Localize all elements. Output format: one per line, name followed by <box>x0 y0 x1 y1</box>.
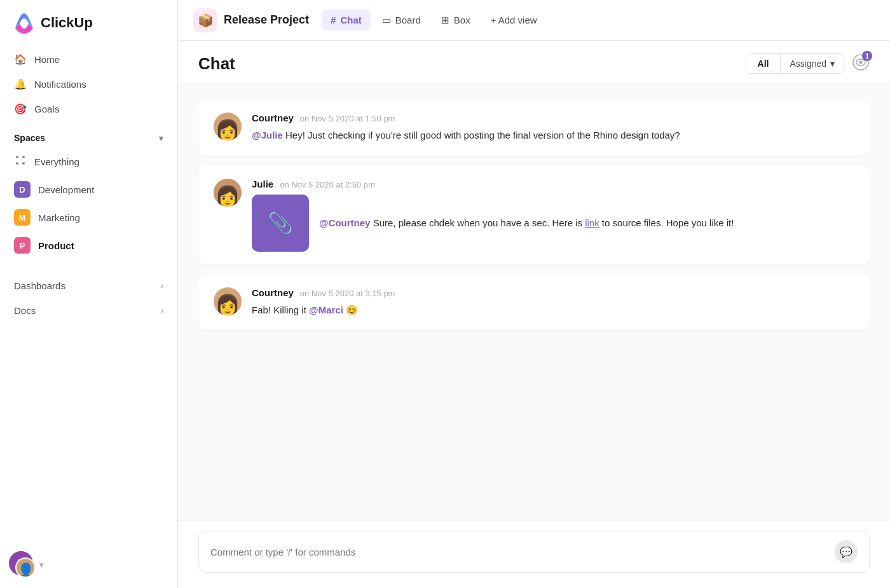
avatar: 👩 <box>214 179 242 207</box>
tab-chat[interactable]: # Chat <box>322 10 371 31</box>
sidebar-item-home[interactable]: 🏠 Home <box>5 47 172 72</box>
add-view-button[interactable]: + Add view <box>482 10 546 31</box>
sidebar-item-dashboards-label: Dashboards <box>14 280 65 291</box>
docs-chevron-icon: › <box>161 306 163 315</box>
goals-icon: 🎯 <box>14 103 27 115</box>
msg-author: Courtney <box>252 287 294 298</box>
user-photo-avatar: 👤 <box>15 557 36 578</box>
spaces-label: Spaces <box>14 133 45 143</box>
attachment-thumb[interactable]: 📎 <box>252 195 309 252</box>
chat-input[interactable] <box>210 547 828 557</box>
msg-text-3b: 😊 <box>346 304 358 315</box>
message-card: 👩 Julie on Nov 5 2020 at 2:50 pm 📎 <box>198 166 870 264</box>
project-icon: 📦 <box>193 8 217 32</box>
courtney-avatar-icon: 👩 <box>215 120 240 140</box>
everything-icon <box>14 154 27 170</box>
avatar: 👩 <box>214 113 242 140</box>
msg-header: Julie on Nov 5 2020 at 2:50 pm <box>252 179 854 189</box>
julie-avatar-icon: 👩 <box>215 186 240 207</box>
user-dropdown-arrow-icon[interactable]: ▾ <box>39 560 44 570</box>
courtney2-avatar-icon: 👩 <box>215 295 240 315</box>
svg-point-2 <box>16 162 18 165</box>
chat-header-right: All Assigned ▾ 1 <box>746 53 870 74</box>
sidebar-item-product-label: Product <box>38 240 74 251</box>
sidebar-item-everything[interactable]: Everything <box>5 148 172 175</box>
sidebar-nav: 🏠 Home 🔔 Notifications 🎯 Goals <box>0 44 177 124</box>
box-icon: ⊞ <box>441 15 449 26</box>
sidebar-item-home-label: Home <box>34 54 60 65</box>
sidebar-item-docs[interactable]: Docs › <box>5 298 172 323</box>
msg-text-2b: to source files. Hope you like it! <box>602 217 734 228</box>
msg-time: on Nov 5 2020 at 3:15 pm <box>300 289 395 298</box>
send-icon: 💬 <box>840 546 852 558</box>
project-name: Release Project <box>224 13 309 27</box>
msg-time: on Nov 5 2020 at 1:50 pm <box>300 114 395 123</box>
main-content: 📦 Release Project # Chat ▭ Board ⊞ Box +… <box>178 0 890 588</box>
sidebar-item-goals[interactable]: 🎯 Goals <box>5 97 172 121</box>
logo[interactable]: ClickUp <box>0 0 177 44</box>
message-card: 👩 Courtney on Nov 5 2020 at 3:15 pm Fab!… <box>198 275 870 331</box>
tab-box[interactable]: ⊞ Box <box>432 10 479 31</box>
msg-text-3a: Fab! Killing it <box>252 304 309 315</box>
filter-assigned-label: Assigned <box>790 58 826 69</box>
development-badge: D <box>14 181 31 198</box>
sidebar: ClickUp 🏠 Home 🔔 Notifications 🎯 Goals S… <box>0 0 178 588</box>
sidebar-item-docs-label: Docs <box>14 305 36 316</box>
logo-text: ClickUp <box>41 15 93 31</box>
sidebar-item-marketing-label: Marketing <box>38 212 80 223</box>
chat-area: Chat All Assigned ▾ 1 <box>178 41 890 588</box>
sidebar-sections: Dashboards › Docs › <box>0 270 177 327</box>
chat-title: Chat <box>198 54 235 74</box>
msg-author: Courtney <box>252 113 294 123</box>
msg-text-2a: Sure, please chdek when you have a sec. … <box>373 217 585 228</box>
chat-input-area: 💬 <box>178 520 890 588</box>
tab-board[interactable]: ▭ Board <box>373 10 430 31</box>
sidebar-item-marketing[interactable]: M Marketing <box>5 203 172 231</box>
spaces-header[interactable]: Spaces ▾ <box>0 124 177 148</box>
spaces-list: D Development M Marketing P Product <box>0 175 177 259</box>
attachment-block: 📎 @Courtney Sure, please chdek when you … <box>252 195 854 252</box>
attachment-text: @Courtney Sure, please chdek when you ha… <box>319 215 734 231</box>
sidebar-bottom: S 👤 ▾ <box>0 541 177 588</box>
add-view-label: + Add view <box>491 15 537 25</box>
user-face-icon: 👤 <box>17 564 34 578</box>
sidebar-item-development[interactable]: D Development <box>5 175 172 203</box>
tab-board-label: Board <box>395 15 421 25</box>
msg-content: Julie on Nov 5 2020 at 2:50 pm 📎 @Courtn… <box>252 179 854 252</box>
svg-point-0 <box>16 156 18 158</box>
sidebar-item-development-label: Development <box>38 184 94 195</box>
dashboards-chevron-icon: › <box>161 281 163 291</box>
msg-header: Courtney on Nov 5 2020 at 1:50 pm <box>252 113 854 123</box>
topbar: 📦 Release Project # Chat ▭ Board ⊞ Box +… <box>178 0 890 41</box>
chat-header: Chat All Assigned ▾ 1 <box>178 41 890 85</box>
user-avatar-container[interactable]: S 👤 ▾ <box>9 551 44 578</box>
sidebar-item-notifications-label: Notifications <box>34 79 86 90</box>
msg-text-1: Hey! Just checking if you're still good … <box>285 130 680 140</box>
bell-icon: 🔔 <box>14 78 27 90</box>
watch-icon-container[interactable]: 1 <box>852 53 870 74</box>
marketing-badge: M <box>14 209 31 226</box>
msg-body: 📎 @Courtney Sure, please chdek when you … <box>252 195 854 252</box>
filter-all-button[interactable]: All <box>746 54 781 73</box>
msg-content: Courtney on Nov 5 2020 at 3:15 pm Fab! K… <box>252 287 854 318</box>
sidebar-item-notifications[interactable]: 🔔 Notifications <box>5 72 172 97</box>
svg-point-1 <box>22 156 25 158</box>
hash-icon: # <box>331 15 336 25</box>
chat-send-button[interactable]: 💬 <box>835 540 858 563</box>
sidebar-item-goals-label: Goals <box>34 104 59 114</box>
tab-chat-label: Chat <box>340 15 361 25</box>
sidebar-item-product[interactable]: P Product <box>5 231 172 259</box>
svg-point-6 <box>859 61 863 64</box>
filter-dropdown-icon: ▾ <box>830 58 835 69</box>
source-link[interactable]: link <box>585 217 599 228</box>
avatar: 👩 <box>214 287 242 315</box>
filter-assigned-button[interactable]: Assigned ▾ <box>780 54 844 73</box>
filter-btn-group: All Assigned ▾ <box>746 53 844 74</box>
board-icon: ▭ <box>382 15 391 26</box>
msg-time: on Nov 5 2020 at 2:50 pm <box>280 180 375 189</box>
sidebar-item-dashboards[interactable]: Dashboards › <box>5 273 172 298</box>
product-badge: P <box>14 237 31 254</box>
sidebar-item-everything-label: Everything <box>34 156 79 167</box>
mention-julie: @Julie <box>252 130 283 140</box>
msg-body: Fab! Killing it @Marci 😊 <box>252 303 854 318</box>
